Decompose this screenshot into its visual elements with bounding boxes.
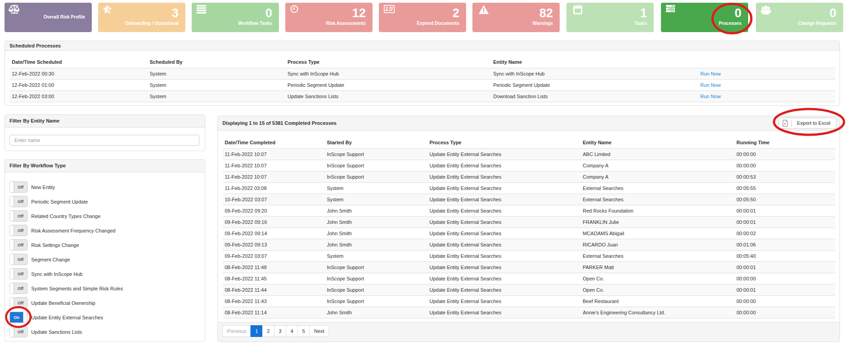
svg-text:x: x	[784, 122, 786, 126]
